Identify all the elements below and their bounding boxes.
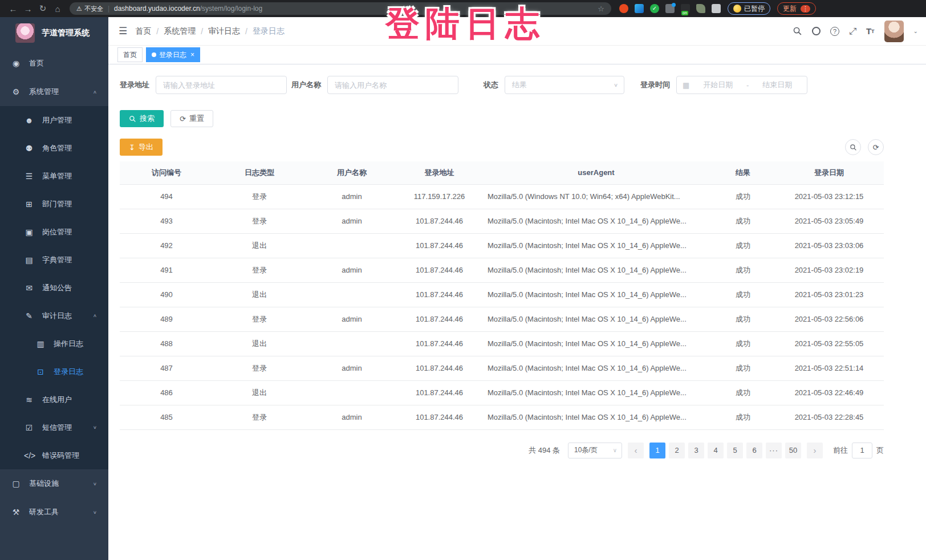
sidebar-item-audit-log[interactable]: ✎审计日志∧ <box>0 302 108 330</box>
sidebar-item-dev-tools[interactable]: ⚒研发工具∨ <box>0 498 108 526</box>
pager-more[interactable]: ··· <box>766 443 782 458</box>
sidebar-item-role-mgmt[interactable]: ⚉角色管理 <box>0 134 108 162</box>
login-log-icon: ⊡ <box>35 367 46 376</box>
extension-leaf-icon[interactable] <box>696 4 705 13</box>
navbar-actions: ? ⤢ TT ⌄ <box>793 21 918 42</box>
refresh-button[interactable]: ⟳ <box>868 139 884 155</box>
search-button[interactable]: 搜索 <box>120 110 164 127</box>
not-secure-warning[interactable]: ⚠ 不安全 <box>76 5 103 13</box>
extension-green-check-icon[interactable]: ✓ <box>650 4 659 13</box>
browser-reload-icon[interactable]: ↻ <box>35 3 50 14</box>
cell-id: 494 <box>120 184 213 209</box>
sidebar-item-error-code-mgmt[interactable]: </>错误码管理 <box>0 441 108 469</box>
start-date-placeholder[interactable]: 开始日期 <box>694 80 742 90</box>
extension-tabs-icon[interactable]: on <box>681 4 690 13</box>
next-page-button[interactable]: › <box>807 443 823 458</box>
sidebar-item-label: 研发工具 <box>29 507 59 517</box>
calendar-icon: ▦ <box>683 81 689 90</box>
pager-page-4[interactable]: 4 <box>708 443 724 458</box>
sidebar-item-label: 字典管理 <box>42 255 72 265</box>
tab-home[interactable]: 首页 <box>117 47 143 62</box>
tab-close-icon[interactable]: × <box>190 51 194 59</box>
pager-page-2[interactable]: 2 <box>669 443 685 458</box>
cell-user_agent: Mozilla/5.0 (Macintosh; Intel Mac OS X 1… <box>481 282 712 307</box>
username-input[interactable] <box>327 76 458 94</box>
cell-username: admin <box>306 184 398 209</box>
sidebar-item-menu-mgmt[interactable]: ☰菜单管理 <box>0 162 108 190</box>
sidebar-item-home[interactable]: ◉首页 <box>0 49 108 78</box>
sidebar-item-system-mgmt[interactable]: ⚙系统管理∧ <box>0 78 108 106</box>
export-button[interactable]: ↧ 导出 <box>120 139 163 156</box>
status-select[interactable]: 结果 ∨ <box>505 76 624 94</box>
app-logo-row[interactable]: 芋道管理系统 <box>0 17 108 49</box>
profile-paused-badge[interactable]: 已暂停 <box>728 2 770 15</box>
tab-login-log[interactable]: 登录日志 × <box>146 47 200 62</box>
post-icon: ▣ <box>24 228 34 237</box>
browser-home-icon[interactable]: ⌂ <box>50 4 65 14</box>
hamburger-icon[interactable]: ☰ <box>119 25 127 37</box>
pager-page-5[interactable]: 5 <box>727 443 743 458</box>
breadcrumb-system[interactable]: 系统管理 <box>164 26 196 36</box>
breadcrumb-home[interactable]: 首页 <box>135 26 151 36</box>
browser-forward-icon[interactable]: → <box>21 4 35 14</box>
sidebar-item-infra[interactable]: ▢基础设施∨ <box>0 469 108 498</box>
sidebar-item-label: 首页 <box>29 58 44 68</box>
filter-login-address: 登录地址 <box>120 76 287 94</box>
extension-grid-icon[interactable] <box>665 4 675 13</box>
sidebar-item-post-mgmt[interactable]: ▣岗位管理 <box>0 218 108 246</box>
browser-menu-icon[interactable]: ⋮ <box>801 5 810 13</box>
github-icon[interactable] <box>812 27 821 35</box>
font-size-icon[interactable]: TT <box>866 26 875 36</box>
breadcrumb-audit[interactable]: 审计日志 <box>208 26 240 36</box>
fullscreen-icon[interactable]: ⤢ <box>849 26 856 36</box>
sidebar-item-label: 审计日志 <box>42 311 72 321</box>
cell-ip: 101.87.244.46 <box>398 331 481 356</box>
cell-ip: 101.87.244.46 <box>398 356 481 380</box>
profile-avatar-icon <box>733 5 741 13</box>
goto-page-input[interactable] <box>852 443 872 458</box>
login-time-label: 登录时间 <box>640 80 670 90</box>
cell-type: 登录 <box>213 209 306 233</box>
sidebar-item-sms-mgmt[interactable]: ☑短信管理∨ <box>0 413 108 441</box>
goto-page: 前往 页 <box>833 443 884 458</box>
bookmark-star-icon[interactable]: ☆ <box>598 5 604 13</box>
help-icon[interactable]: ? <box>830 27 839 36</box>
cell-username: admin <box>306 307 398 331</box>
pager-page-1[interactable]: 1 <box>649 443 665 458</box>
sidebar-item-notice[interactable]: ✉通知公告 <box>0 274 108 302</box>
extension-blue-icon[interactable] <box>635 4 644 13</box>
toggle-search-button[interactable] <box>845 139 861 155</box>
col-header-date: 登录日期 <box>774 161 884 184</box>
prev-page-button[interactable]: ‹ <box>628 443 644 458</box>
reset-button[interactable]: ⟳ 重置 <box>170 110 213 127</box>
on-badge: on <box>681 11 688 15</box>
user-avatar[interactable] <box>884 21 904 42</box>
col-header-ip: 登录地址 <box>398 161 481 184</box>
end-date-placeholder[interactable]: 结束日期 <box>753 80 801 90</box>
search-icon[interactable] <box>793 26 802 36</box>
sidebar-item-user-mgmt[interactable]: ☻用户管理 <box>0 106 108 134</box>
filter-actions: 搜索 ⟳ 重置 <box>120 110 884 127</box>
user-menu-caret-icon[interactable]: ⌄ <box>913 28 918 34</box>
page-size-select[interactable]: 10条/页 ∨ <box>568 443 622 458</box>
pager-page-6[interactable]: 6 <box>746 443 762 458</box>
sidebar-item-dept-mgmt[interactable]: ⊞部门管理 <box>0 190 108 218</box>
login-address-input[interactable] <box>156 76 287 94</box>
pager-page-50[interactable]: 50 <box>785 443 801 458</box>
total-count: 共 494 条 <box>529 445 560 456</box>
address-bar[interactable]: ⚠ 不安全 | dashboard.yudao.iocoder.cn /syst… <box>70 2 611 15</box>
date-range-picker[interactable]: ▦ 开始日期 - 结束日期 <box>676 76 807 94</box>
sms-icon: ☑ <box>24 423 34 432</box>
chevron-down-icon: ∨ <box>93 510 97 515</box>
pager-pages: 123456···50 <box>649 443 801 458</box>
extensions-puzzle-icon[interactable] <box>712 4 721 13</box>
pager-page-3[interactable]: 3 <box>688 443 704 458</box>
sidebar-item-dict-mgmt[interactable]: ▤字典管理 <box>0 246 108 274</box>
sidebar-item-operate-log[interactable]: ▥操作日志 <box>0 330 108 358</box>
sidebar-item-online-user[interactable]: ≋在线用户 <box>0 385 108 413</box>
browser-back-icon[interactable]: ← <box>6 4 21 14</box>
sidebar-item-login-log[interactable]: ⊡登录日志 <box>0 358 108 385</box>
extension-orange-icon[interactable] <box>619 4 628 13</box>
user-icon: ☻ <box>24 116 34 125</box>
update-button[interactable]: 更新 ⋮ <box>777 2 816 15</box>
